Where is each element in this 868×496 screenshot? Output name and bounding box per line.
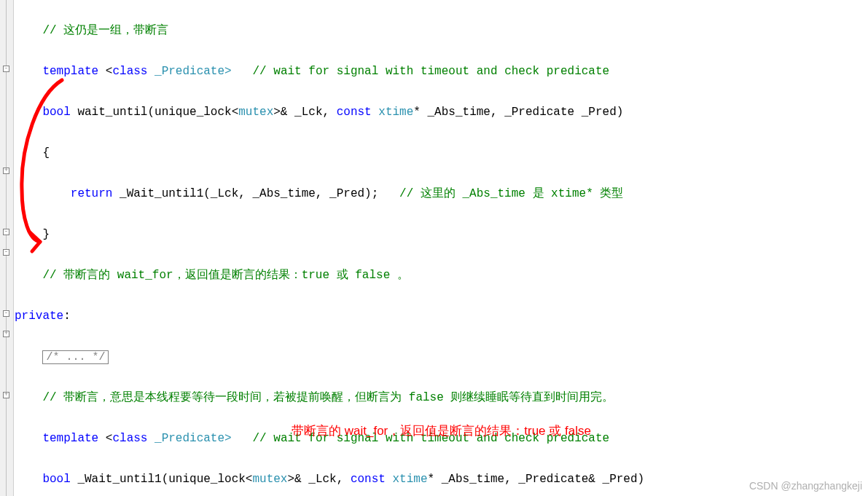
gutter: - + - - - + +	[0, 0, 14, 496]
collapsed-region[interactable]: /* ... */	[42, 350, 109, 364]
code-line: // 带断言，意思是本线程要等待一段时间，若被提前唤醒，但断言为 false 则…	[15, 387, 644, 408]
comment: // 这仍是一组，带断言	[42, 24, 168, 37]
watermark: CSDN @zhangzhangkeji	[749, 480, 862, 492]
code-line: return _Wait_until1(_Lck, _Abs_time, _Pr…	[15, 184, 644, 204]
code-line: }	[15, 224, 644, 245]
fold-box-icon[interactable]: -	[3, 229, 9, 235]
fold-box-icon[interactable]: -	[3, 249, 9, 256]
code-line: // 这仍是一组，带断言	[15, 20, 644, 41]
code-line: {	[15, 143, 644, 163]
code-line: // 带断言的 wait_for，返回值是断言的结果：true 或 false …	[15, 265, 644, 286]
red-annotation-text: 带断言的 wait_for，返回值是断言的结果：true 或 false	[292, 422, 591, 439]
fold-box-icon[interactable]: +	[3, 168, 9, 174]
fold-box-icon[interactable]: -	[3, 310, 9, 317]
code-area: // 这仍是一组，带断言 template <class _Predicate>…	[15, 0, 644, 496]
fold-box-icon[interactable]: -	[3, 66, 9, 72]
code-line: /* ... */	[15, 347, 644, 367]
code-line: bool wait_until(unique_lock<mutex>& _Lck…	[15, 102, 644, 122]
fold-box-icon[interactable]: +	[3, 331, 9, 337]
code-line: private:	[15, 306, 644, 326]
fold-box-icon[interactable]: +	[3, 392, 9, 398]
code-line: bool _Wait_until1(unique_lock<mutex>& _L…	[15, 469, 644, 489]
code-line: template <class _Predicate> // wait for …	[15, 61, 644, 82]
